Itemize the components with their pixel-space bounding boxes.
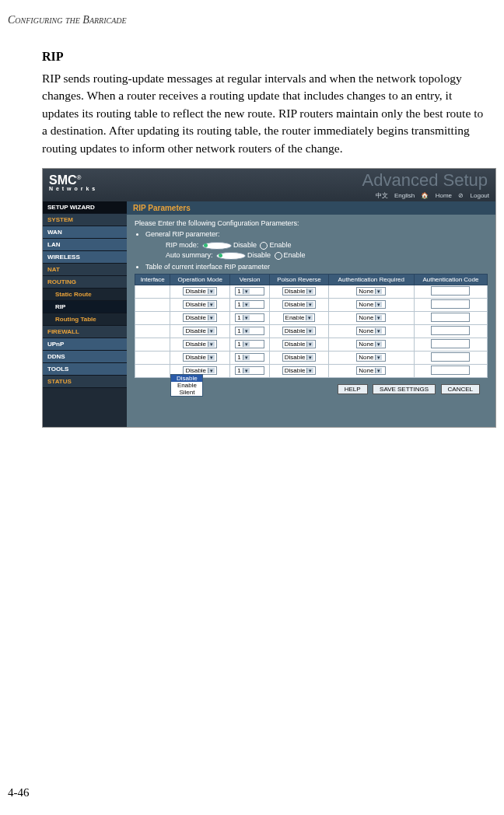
cancel-button[interactable]: CANCEL [441, 384, 480, 394]
auth-select[interactable]: None▾ [356, 327, 386, 335]
opmode-select[interactable]: Disable▾ [183, 353, 217, 362]
nav-firewall[interactable]: FIREWALL [43, 326, 127, 338]
authcode-input[interactable] [431, 286, 470, 296]
poison-select[interactable]: Disable▾ [282, 300, 317, 309]
nav-routing-table[interactable]: Routing Table [43, 313, 127, 326]
auto-summary-disable-radio[interactable] [216, 252, 246, 260]
table-header-row: Interface Operation Mode Version Poison … [135, 274, 488, 285]
version-select[interactable]: 1▾ [235, 366, 264, 375]
table-row: WLAN Disable▾ 1▾ Disable▾ None▾ [135, 298, 488, 311]
app-header: SMC® N e t w o r k s Advanced Setup 中文 E… [43, 169, 495, 201]
panel-body: Please Enter the following Configuration… [127, 215, 495, 401]
auth-select[interactable]: None▾ [356, 287, 386, 296]
th-authreq: Authentication Required [328, 274, 414, 285]
authcode-input[interactable] [431, 366, 470, 375]
poison-select[interactable]: Disable▾ [282, 340, 317, 348]
poison-select[interactable]: Enable▾ [283, 313, 316, 322]
iface-cell: LAN [135, 285, 170, 298]
section-body: RIP sends routing-update messages at reg… [42, 70, 485, 157]
dropdown-option-silent[interactable]: Silent [171, 389, 202, 396]
opmode-dropdown: Disable Enable Silent [170, 374, 203, 397]
nav-rip[interactable]: RIP [43, 301, 127, 313]
auto-summary-enable-radio[interactable] [275, 252, 282, 260]
bullet-table: Table of current interface RIP parameter [145, 263, 488, 271]
lang-cn-link[interactable]: 中文 [376, 192, 388, 199]
logout-link[interactable]: ⊘ Logout [458, 192, 489, 199]
authcode-input[interactable] [431, 299, 470, 309]
poison-select[interactable]: Disable▾ [282, 287, 317, 296]
rip-mode-disable-label: Disable [233, 241, 257, 249]
version-select[interactable]: 1▾ [235, 313, 264, 322]
lang-en-link[interactable]: English [394, 192, 415, 199]
iface-cell: PPPoE4 [135, 364, 170, 377]
bullet-general: General RIP parameter: [145, 230, 488, 238]
sidebar: SETUP WIZARD SYSTEM WAN LAN WIRELESS NAT… [43, 201, 127, 427]
nav-system[interactable]: SYSTEM [43, 214, 127, 226]
opmode-select[interactable]: Disable▾ [183, 313, 217, 322]
rip-mode-row: RIP mode: Disable Enable [166, 241, 488, 250]
auto-summary-label: Auto summary: [166, 251, 213, 259]
authcode-input[interactable] [431, 352, 470, 362]
iface-cell: PPPoE3 [135, 351, 170, 364]
nav-lan[interactable]: LAN [43, 239, 127, 251]
table-row: PPPoE3 Disable▾ 1▾ Disable▾ None▾ [135, 351, 488, 364]
save-button[interactable]: SAVE SETTINGS [373, 384, 436, 394]
nav-ddns[interactable]: DDNS [43, 351, 127, 363]
th-poison: Poison Reverse [270, 274, 329, 285]
auth-select[interactable]: None▾ [356, 366, 386, 375]
authcode-input[interactable] [431, 326, 470, 335]
home-link[interactable]: 🏠 Home [421, 192, 452, 199]
auto-summary-enable-label: Enable [284, 251, 306, 259]
nav-wan[interactable]: WAN [43, 226, 127, 239]
version-select[interactable]: 1▾ [235, 327, 264, 335]
nav-nat[interactable]: NAT [43, 264, 127, 276]
authcode-input[interactable] [431, 313, 470, 322]
rip-mode-enable-label: Enable [269, 241, 291, 249]
poison-select[interactable]: Disable▾ [282, 366, 317, 375]
version-select[interactable]: 1▾ [235, 300, 264, 309]
opmode-select[interactable]: Disable▾ [183, 340, 217, 348]
iface-cell: WAN [135, 311, 170, 324]
nav-upnp[interactable]: UPnP [43, 338, 127, 351]
nav-status[interactable]: STATUS [43, 376, 127, 388]
auth-select[interactable]: None▾ [356, 313, 386, 322]
table-row: PPPoE4 Disable▾ Disable Enable Silent 1▾ [135, 364, 488, 377]
nav-wireless[interactable]: WIRELESS [43, 251, 127, 264]
th-version: Version [230, 274, 270, 285]
rip-table: Interface Operation Mode Version Poison … [135, 274, 488, 378]
auth-select[interactable]: None▾ [356, 340, 386, 348]
rip-mode-disable-radio[interactable] [202, 242, 232, 250]
logo-sub: N e t w o r k s [49, 186, 96, 191]
opmode-select[interactable]: Disable▾ [183, 300, 217, 309]
param-list: General RIP parameter: [145, 230, 488, 238]
version-select[interactable]: 1▾ [235, 353, 264, 362]
opmode-select[interactable]: Disable▾ [183, 327, 217, 335]
header-title: Advanced Setup [362, 170, 488, 191]
nav-routing[interactable]: ROUTING [43, 276, 127, 289]
table-row: PPPoE1 Disable▾ 1▾ Disable▾ None▾ [135, 324, 488, 338]
auth-select[interactable]: None▾ [356, 353, 386, 362]
poison-select[interactable]: Disable▾ [282, 353, 317, 362]
main-panel: RIP Parameters Please Enter the followin… [127, 201, 495, 427]
dropdown-option-disable[interactable]: Disable [171, 375, 202, 382]
authcode-input[interactable] [431, 339, 470, 348]
content-area: RIP RIP sends routing-update messages at… [0, 26, 493, 428]
nav-setup-wizard[interactable]: SETUP WIZARD [43, 201, 127, 214]
iface-cell: WLAN [135, 298, 170, 311]
param-list2: Table of current interface RIP parameter [145, 263, 488, 271]
rip-mode-enable-radio[interactable] [260, 242, 268, 250]
dropdown-option-enable[interactable]: Enable [171, 382, 202, 389]
poison-select[interactable]: Disable▾ [282, 327, 317, 335]
running-header: Configuring the Barricade [0, 0, 504, 26]
logo: SMC® N e t w o r k s [49, 173, 96, 191]
th-interface: Interface [135, 274, 170, 285]
app-body: SETUP WIZARD SYSTEM WAN LAN WIRELESS NAT… [43, 201, 495, 427]
auth-select[interactable]: None▾ [356, 300, 386, 309]
nav-static-route[interactable]: Static Route [43, 289, 127, 301]
version-select[interactable]: 1▾ [235, 340, 264, 348]
help-button[interactable]: HELP [338, 384, 368, 394]
iface-cell: PPPoE1 [135, 324, 170, 338]
opmode-select[interactable]: Disable▾ [183, 287, 217, 296]
nav-tools[interactable]: TOOLS [43, 363, 127, 376]
version-select[interactable]: 1▾ [235, 287, 264, 296]
